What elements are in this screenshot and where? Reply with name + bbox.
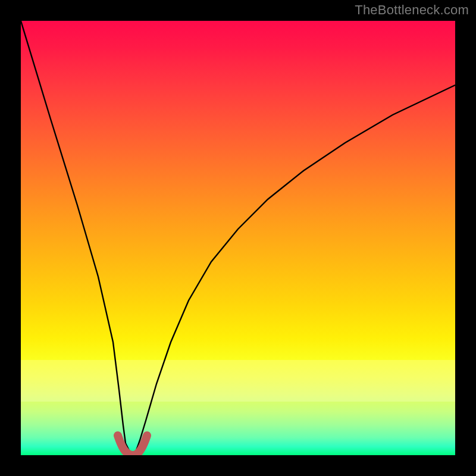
- watermark-text: TheBottleneck.com: [355, 2, 469, 18]
- chart-frame: TheBottleneck.com: [0, 0, 476, 476]
- curve-layer: [21, 21, 455, 455]
- bottleneck-curve: [21, 21, 455, 452]
- target-marker: [118, 436, 147, 455]
- plot-area: [21, 21, 455, 455]
